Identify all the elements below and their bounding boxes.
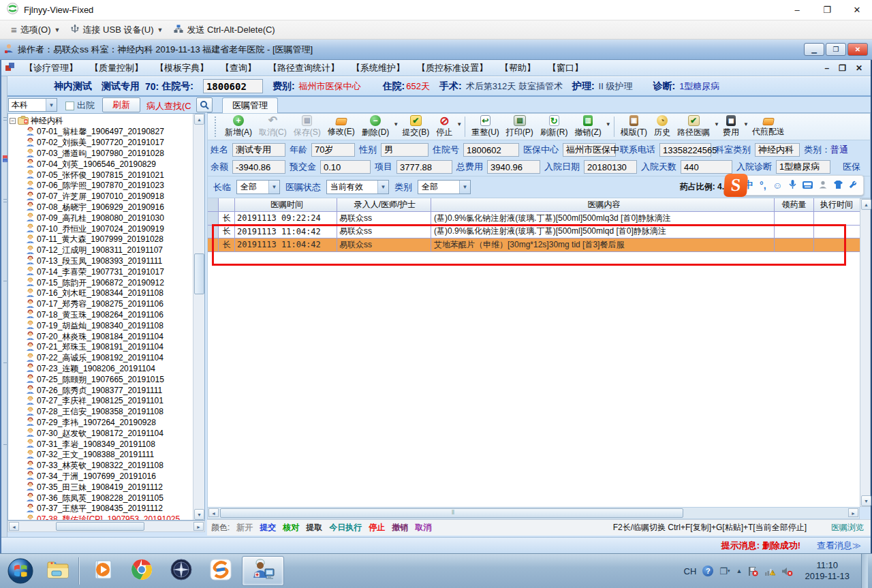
tree-root-department[interactable]: −神经内科 bbox=[10, 115, 192, 127]
skin-icon[interactable] bbox=[834, 180, 843, 191]
table-horizontal-scrollbar[interactable]: ◄ ► bbox=[207, 507, 860, 519]
app-menu-0[interactable]: 【诊疗管理】 bbox=[18, 61, 84, 76]
chevron-down-icon[interactable]: ▼ bbox=[46, 99, 57, 111]
col-drug-qty[interactable]: 领药量 bbox=[775, 198, 814, 211]
patient-tree-item[interactable]: 07-18_黄玉珠_1908264_20191106 bbox=[10, 310, 192, 321]
discharged-checkbox[interactable] bbox=[65, 102, 74, 110]
scroll-down-icon[interactable]: ▼ bbox=[194, 509, 204, 520]
patient-tree-item[interactable]: 07-08_杨晓宇_1906929_20190916 bbox=[10, 202, 192, 213]
add-button[interactable]: +新增(A) bbox=[221, 114, 255, 140]
sogou-logo-icon[interactable]: S bbox=[723, 174, 748, 197]
start-button[interactable] bbox=[4, 555, 37, 587]
network-warning-icon[interactable]: ! bbox=[764, 566, 775, 576]
mdi-minimize-button[interactable]: – bbox=[824, 63, 829, 73]
patient-tree-item[interactable]: 07-15_陈韵开_1906872_20190912 bbox=[10, 277, 192, 288]
patient-tree-item[interactable]: 07-14_李喜荣_1907731_20191017 bbox=[10, 266, 192, 277]
field-联系电话[interactable]: 13358224565 bbox=[659, 143, 711, 157]
patient-tree-item[interactable]: 07-36_陈凤英_1908228_20191105 bbox=[10, 493, 192, 504]
patient-tree-item[interactable]: 07-11_黄大森_1907999_20191028 bbox=[10, 234, 192, 245]
yibao-link[interactable]: 医保 bbox=[843, 161, 860, 173]
patient-tree-item[interactable]: 07-12_江成明_1908311_20191107 bbox=[10, 245, 192, 256]
tree-hscroll-thumb[interactable] bbox=[56, 522, 144, 531]
scroll-up-icon[interactable]: ▲ bbox=[194, 114, 204, 125]
field-余额[interactable]: -3940.86 bbox=[232, 160, 285, 174]
status-filter-combobox[interactable]: 当前有效 ▼ bbox=[326, 180, 389, 194]
patient-tree-item[interactable]: 07-33_林英钦_1908322_20191108 bbox=[10, 461, 192, 471]
field-姓名[interactable]: 测试专用 bbox=[232, 143, 285, 157]
vnc-close-button[interactable]: ✕ bbox=[842, 0, 872, 20]
emoji-icon[interactable]: ☺ bbox=[773, 180, 782, 191]
app-close-button[interactable]: ✕ bbox=[847, 43, 868, 56]
patient-tree-item[interactable]: 07-19_胡益灿_1908340_20191108 bbox=[10, 320, 192, 331]
patient-tree-item[interactable]: 07-01_翁桂馨_1906497_20190827 bbox=[10, 127, 192, 138]
chevron-down-icon[interactable]: ▼ bbox=[606, 121, 611, 127]
patient-tree-item[interactable]: 07-16_刘木旺_1908344_20191108 bbox=[10, 288, 192, 299]
patient-tree-item[interactable]: 07-20_林炎珠_1908184_20191104 bbox=[10, 331, 192, 342]
tree-vertical-scrollbar[interactable]: ▲ ▼ bbox=[193, 114, 204, 520]
patient-tree-item[interactable]: 07-06_陈学照_1907870_20191023 bbox=[10, 181, 192, 191]
patient-tree-item[interactable]: 07-27_李庆祥_1908125_20191101 bbox=[10, 396, 192, 407]
type-filter-combobox[interactable]: 全部 ▼ bbox=[418, 180, 471, 194]
patient-tree-item[interactable]: 07-34_于洲_1907699_20191016 bbox=[10, 471, 192, 482]
order-row[interactable]: 长20191113 11:04:42易联众ss(基)0.9%氯化钠注射液(玻璃.… bbox=[208, 226, 860, 239]
patient-tree-item[interactable]: 07-37_王慈平_1908435_20191112 bbox=[10, 504, 192, 514]
field-预交金[interactable]: 0.10 bbox=[320, 160, 371, 174]
patient-tree-item[interactable]: 07-25_陈颐朔_1907665_20191015 bbox=[10, 374, 192, 385]
scroll-left-icon[interactable]: ◄ bbox=[9, 522, 19, 531]
taskbar-his-client[interactable] bbox=[242, 556, 284, 586]
sogou-input-bar[interactable]: 中 °, ☺ bbox=[737, 175, 864, 196]
app-menu-5[interactable]: 【系统维护】 bbox=[345, 61, 411, 76]
field-入院日期[interactable]: 20180130 bbox=[584, 160, 637, 174]
order-browse-link[interactable]: 医嘱浏览 bbox=[831, 522, 864, 533]
app-menu-8[interactable]: 【窗口】 bbox=[542, 61, 589, 76]
mdi-restore-button[interactable]: ❐ bbox=[839, 63, 846, 73]
chevron-down-icon[interactable]: ▼ bbox=[743, 121, 749, 127]
patient-tree-item[interactable]: 07-22_高诚乐_1908192_20191104 bbox=[10, 353, 192, 364]
dept-scope-combobox[interactable]: 本科 ▼ bbox=[8, 98, 57, 112]
table-vertical-scrollbar[interactable]: ▲ ▼ bbox=[860, 198, 871, 507]
taskbar-sogou-pinyin[interactable] bbox=[202, 556, 239, 586]
field-入院天数[interactable]: 440 bbox=[681, 160, 732, 174]
vnc-menu-0[interactable]: ≡选项(O)▼ bbox=[7, 22, 64, 38]
field-年龄[interactable]: 70岁 bbox=[311, 143, 355, 157]
refresh-button[interactable]: ↻刷新(R) bbox=[537, 114, 572, 140]
col-order-content[interactable]: 医嘱内容 bbox=[431, 198, 775, 211]
taskbar-vnc-viewer[interactable] bbox=[163, 556, 200, 586]
chevron-down-icon[interactable]: ▼ bbox=[459, 181, 470, 194]
fee-calculator-button[interactable]: ▦费用 bbox=[719, 114, 743, 140]
trash-button[interactable]: ▥撤销(Z) bbox=[572, 114, 605, 140]
tree-scroll-thumb[interactable] bbox=[194, 253, 204, 294]
patient-tree-item[interactable]: 07-05_张怀俊_1907815_20191021 bbox=[10, 170, 192, 181]
punctuation-icon[interactable]: °, bbox=[760, 180, 766, 191]
table-hscroll-thumb[interactable] bbox=[220, 508, 683, 518]
row-selector-cell[interactable] bbox=[208, 226, 219, 238]
taskbar-explorer[interactable] bbox=[40, 556, 76, 586]
field-总费用[interactable]: 3940.96 bbox=[487, 160, 540, 174]
scroll-up-icon[interactable]: ▲ bbox=[861, 199, 871, 210]
view-messages-link[interactable]: 查看消息≫ bbox=[817, 540, 861, 552]
taskbar-media-player[interactable] bbox=[84, 556, 121, 586]
app-menu-3[interactable]: 【查询】 bbox=[215, 61, 262, 76]
template-button[interactable]: ▣模版(T) bbox=[617, 114, 651, 140]
vnc-menu-1[interactable]: 连接 USB 设备(U)▼ bbox=[67, 22, 167, 38]
chevron-down-icon[interactable]: ▼ bbox=[456, 121, 462, 127]
print-button[interactable]: ▤打印(P) bbox=[503, 114, 537, 140]
decoct-button[interactable]: 代煎配送 bbox=[749, 114, 788, 140]
collapse-icon[interactable]: − bbox=[10, 118, 16, 124]
col-recorder[interactable]: 录入人/医师/护士 bbox=[337, 198, 431, 211]
patient-tree-item[interactable]: 07-29_李祎_1907264_20190928 bbox=[10, 418, 192, 429]
patient-tree-item[interactable]: 07-09_高孔桂_1908080_20191030 bbox=[10, 213, 192, 223]
tree-horizontal-scrollbar[interactable]: ◄ ► bbox=[7, 521, 205, 532]
edit-button[interactable]: 修改(E) bbox=[324, 114, 358, 140]
scroll-right-icon[interactable]: ► bbox=[193, 522, 204, 531]
patient-tree-item[interactable]: 07-38_魏佑珍[CP]_1907953_20191025 bbox=[10, 514, 192, 521]
row-selector-cell[interactable] bbox=[208, 212, 219, 225]
speaker-muted-icon[interactable] bbox=[781, 566, 793, 576]
patient-tree-item[interactable]: 07-23_连颖_1908206_20191104 bbox=[10, 364, 192, 375]
patient-tree-item[interactable]: 07-30_赵发钦_1908172_20191104 bbox=[10, 428, 192, 439]
patient-tree-item[interactable]: 07-28_王信安_1908358_20191108 bbox=[10, 407, 192, 418]
patient-tree-item[interactable]: 07-35_田三妹_1908419_20191112 bbox=[10, 482, 192, 493]
app-restore-button[interactable]: ❐ bbox=[826, 43, 846, 56]
submit-button[interactable]: ✔提交(B) bbox=[399, 114, 433, 140]
app-menu-6[interactable]: 【质控标准设置】 bbox=[411, 61, 494, 76]
